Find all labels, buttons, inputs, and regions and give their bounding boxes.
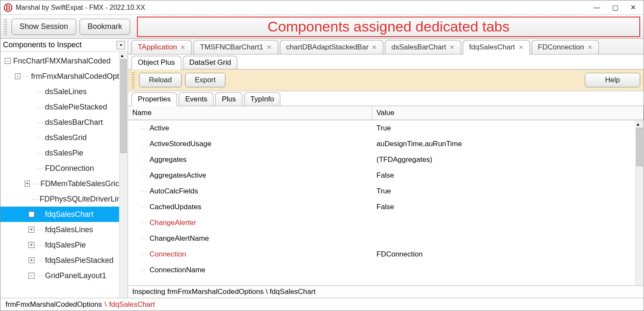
- maximize-icon[interactable]: ▢: [612, 3, 618, 12]
- tree-scrollbar[interactable]: ▴: [119, 52, 128, 298]
- tree-item[interactable]: ···FDPhysSQLiteDriverLir: [0, 191, 119, 207]
- expand-icon[interactable]: +: [28, 242, 34, 248]
- tree-item[interactable]: -FncChartFMXMarshalCoded: [0, 53, 119, 69]
- minimize-icon[interactable]: —: [593, 4, 600, 12]
- property-name: Connection: [149, 250, 186, 259]
- close-tab-icon[interactable]: ✕: [180, 44, 185, 51]
- show-session-button[interactable]: Show Session: [11, 19, 76, 35]
- scroll-thumb[interactable]: [636, 128, 643, 166]
- tree-item[interactable]: +···fdqSalesPie: [0, 237, 119, 253]
- expand-icon[interactable]: +: [28, 257, 34, 263]
- tree-item[interactable]: +···fdqSalesPieStacked: [0, 253, 119, 268]
- property-row[interactable]: ····Aggregates(TFDAggregates): [128, 152, 635, 167]
- close-tab-icon[interactable]: ✕: [587, 44, 593, 51]
- help-button[interactable]: Help: [585, 73, 640, 87]
- tree-connector-icon: ···: [37, 272, 43, 279]
- tree-connector-icon: ····: [141, 267, 147, 273]
- property-row[interactable]: ····ActiveTrue: [128, 120, 635, 136]
- component-tab[interactable]: TMSFNCBarChart1✕: [194, 40, 278, 54]
- property-value[interactable]: False: [372, 171, 635, 180]
- property-grid[interactable]: ····ActiveTrue····ActiveStoredUsageauDes…: [128, 120, 635, 285]
- property-row[interactable]: ····ActiveStoredUsageauDesignTime,auRunT…: [128, 136, 635, 152]
- tree-item[interactable]: -···GridPanelLayout1: [0, 268, 119, 283]
- view-tab[interactable]: Object Plus: [131, 56, 181, 69]
- property-tab[interactable]: Events: [179, 92, 214, 106]
- tab-label: dsSalesBarChart: [391, 43, 446, 52]
- expand-icon[interactable]: +: [25, 181, 30, 187]
- property-value[interactable]: FDConnection: [372, 250, 635, 259]
- tree-item[interactable]: ···dsSalesPie: [0, 145, 119, 161]
- tree-connector-icon: ···: [37, 134, 43, 141]
- property-row[interactable]: ····ChangeAlerter: [128, 215, 635, 230]
- close-tab-icon[interactable]: ✕: [519, 44, 524, 51]
- property-row[interactable]: ····AutoCalcFieldsTrue: [128, 183, 635, 199]
- toolbar-grip-icon: [4, 19, 7, 35]
- tree-item[interactable]: ···dsSalePieStacked: [0, 99, 119, 115]
- component-tab[interactable]: dsSalesBarChart✕: [385, 40, 461, 54]
- component-tab[interactable]: fdqSalesChart✕: [463, 40, 530, 55]
- expand-icon[interactable]: +: [28, 227, 34, 233]
- chevron-down-icon[interactable]: ▾: [117, 41, 125, 49]
- expand-icon[interactable]: +: [28, 211, 34, 217]
- view-tabs: Object PlusDataSet Grid: [128, 55, 644, 69]
- property-tab[interactable]: TypInfo: [244, 92, 281, 106]
- breadcrumb-part1: frmFmxMarshalCodedOptions: [6, 300, 102, 309]
- tree-item[interactable]: ···FDConnection: [0, 161, 119, 176]
- scroll-up-icon[interactable]: ▴: [637, 121, 639, 127]
- property-value[interactable]: True: [372, 124, 635, 132]
- tree-item[interactable]: ···dsSalesBarChart: [0, 115, 119, 130]
- action-grip-icon: [131, 72, 135, 88]
- tree-item[interactable]: +···FDMemTableSalesGric: [0, 176, 119, 191]
- property-tab[interactable]: Plus: [215, 92, 242, 106]
- component-tree[interactable]: -FncChartFMXMarshalCoded-···frmFmxMarsha…: [0, 52, 119, 298]
- property-row[interactable]: ····ConnectionFDConnection: [128, 246, 635, 262]
- tree-item[interactable]: +···fdqSalesLines: [0, 222, 119, 237]
- property-row[interactable]: ····ConnectionName: [128, 262, 635, 278]
- tree-connector-icon: ····: [141, 235, 147, 242]
- tree-connector-icon: ···: [37, 150, 43, 156]
- window-title: Marshal by SwiftExpat - FMX - 2022.10.XX: [16, 4, 593, 12]
- top-toolbar: Show Session Bookmark Components assigne…: [0, 15, 644, 39]
- tree-connector-icon: ···: [37, 257, 43, 264]
- property-value[interactable]: (TFDAggregates): [372, 156, 635, 164]
- close-tab-icon[interactable]: ✕: [450, 44, 455, 51]
- property-row[interactable]: ····AggregatesActiveFalse: [128, 167, 635, 183]
- scroll-up-icon[interactable]: ▴: [121, 52, 123, 58]
- component-tab[interactable]: chartDBAdaptStackedBar✕: [280, 40, 384, 54]
- property-tab[interactable]: Properties: [131, 92, 177, 106]
- property-value[interactable]: auDesignTime,auRunTime: [372, 140, 635, 148]
- export-button[interactable]: Export: [185, 73, 225, 87]
- component-tab[interactable]: TApplication✕: [131, 40, 192, 54]
- scroll-thumb[interactable]: [120, 59, 127, 153]
- component-tab[interactable]: FDConnection✕: [532, 40, 599, 54]
- titlebar: D Marshal by SwiftExpat - FMX - 2022.10.…: [0, 0, 644, 15]
- collapse-icon[interactable]: -: [15, 73, 20, 79]
- tree-item-label: dsSalePieStacked: [45, 103, 107, 112]
- close-tab-icon[interactable]: ✕: [267, 44, 272, 51]
- property-row[interactable]: ····CachedUpdatesFalse: [128, 199, 635, 215]
- tree-item[interactable]: ···dsSaleLines: [0, 84, 119, 99]
- reload-button[interactable]: Reload: [139, 73, 182, 87]
- collapse-icon[interactable]: -: [5, 58, 11, 64]
- column-name-header[interactable]: Name: [128, 106, 372, 120]
- grid-scrollbar[interactable]: ▴: [635, 120, 644, 285]
- tree-item[interactable]: ···dsSalesGrid: [0, 130, 119, 145]
- annotation-callout: Components assigned dedicated tabs: [137, 17, 640, 37]
- property-name: ActiveStoredUsage: [149, 140, 211, 148]
- tree-item[interactable]: +···fdqSalesChart: [0, 207, 119, 222]
- left-panel: Components to Inspect ▾ -FncChartFMXMars…: [0, 39, 128, 298]
- right-panel: TApplication✕TMSFNCBarChart1✕chartDBAdap…: [128, 39, 644, 298]
- close-icon[interactable]: ✕: [630, 3, 636, 12]
- property-value[interactable]: True: [372, 187, 635, 196]
- tree-connector-icon: ···: [37, 211, 43, 218]
- collapse-icon[interactable]: -: [28, 273, 34, 279]
- bookmark-button[interactable]: Bookmark: [80, 19, 130, 35]
- view-tab[interactable]: DataSet Grid: [183, 56, 237, 69]
- tree-item[interactable]: -···frmFmxMarshalCodedOpt: [0, 69, 119, 84]
- property-row[interactable]: ····ChangeAlertName: [128, 230, 635, 246]
- property-value[interactable]: False: [372, 203, 635, 211]
- close-tab-icon[interactable]: ✕: [372, 44, 377, 51]
- annotation-text: Components assigned dedicated tabs: [268, 18, 510, 35]
- column-value-header[interactable]: Value: [372, 106, 644, 120]
- inspecting-status: Inspecting frmFmxMarshalCodedOptions \ f…: [128, 285, 644, 298]
